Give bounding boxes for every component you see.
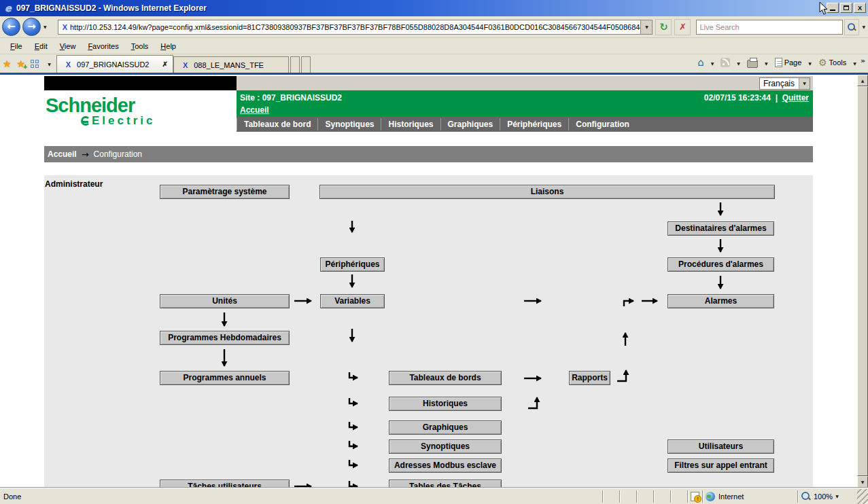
print-button[interactable] — [745, 55, 760, 70]
nav-historiques[interactable]: Historiques — [381, 118, 440, 130]
add-favorite-icon: ★ — [17, 58, 26, 69]
home-dropdown[interactable]: ▼ — [708, 61, 717, 66]
scroll-up-button[interactable]: ▲ — [857, 75, 868, 86]
history-dropdown[interactable]: ▼ — [41, 24, 50, 29]
menu-favorites[interactable]: Favorites — [82, 40, 124, 52]
search-input[interactable] — [697, 23, 842, 31]
header-gray-strip: Français ▼ — [237, 76, 813, 90]
accueil-link[interactable]: Accueil — [240, 105, 269, 115]
diagram-button-variables[interactable]: Variables — [320, 294, 385, 308]
gear-icon: ⚙ — [818, 57, 827, 68]
breadcrumb-home[interactable]: Accueil — [48, 149, 77, 159]
rss-icon — [721, 58, 730, 67]
scroll-thumb[interactable] — [857, 86, 868, 476]
feeds-dropdown[interactable]: ▼ — [734, 61, 743, 66]
diagram-button-procedures-alarmes[interactable]: Procédures d'alarmes — [667, 257, 774, 272]
diagram-button-adresses-modbus-esclave[interactable]: Adresses Modbus esclave — [389, 458, 502, 473]
chevron-down-icon: ▼ — [642, 24, 651, 29]
window-title: 097_BRIGNAISSUD2 - Windows Internet Expl… — [16, 3, 207, 13]
menu-view[interactable]: View — [54, 40, 82, 52]
forward-button[interactable]: → — [22, 18, 41, 36]
quit-link[interactable]: Quitter — [782, 93, 809, 103]
nav-configuration[interactable]: Configuration — [568, 118, 636, 130]
tab-close-icon[interactable]: ✗ — [162, 60, 167, 68]
browser-window: e 097_BRIGNAISSUD2 - Windows Internet Ex… — [0, 0, 868, 504]
chevron-down-icon: ▼ — [800, 81, 809, 86]
print-dropdown[interactable]: ▼ — [762, 61, 771, 66]
resize-grip[interactable] — [857, 489, 868, 504]
tools-menu-dropdown[interactable]: ▼ — [850, 61, 859, 66]
diagram-button-rapports[interactable]: Rapports — [569, 371, 610, 385]
diagram-button-graphiques[interactable]: Graphiques — [389, 420, 502, 435]
nav-synoptiques[interactable]: Synoptiques — [317, 118, 381, 130]
tab-label: 088_LE_MANS_TFE — [194, 61, 264, 69]
tab-097-brignaissud2[interactable]: X 097_BRIGNAISSUD2 ✗ — [56, 55, 173, 73]
diagram-button-liaisons[interactable]: Liaisons — [319, 185, 775, 199]
restore-button[interactable] — [840, 3, 852, 13]
separator: | — [776, 93, 778, 103]
menu-bar: File Edit View Favorites Tools Help — [0, 38, 868, 54]
back-button[interactable]: ← — [2, 18, 20, 36]
search-button[interactable] — [844, 19, 859, 35]
language-select[interactable]: Français ▼ — [759, 77, 810, 90]
diagram-button-destinataires-alarmes[interactable]: Destinataires d'alarmes — [667, 221, 774, 236]
printer-icon — [747, 60, 758, 68]
menu-tools[interactable]: Tools — [125, 40, 155, 52]
diagram-button-tableaux-de-bords[interactable]: Tableaux de bords — [389, 371, 502, 385]
zoom-control[interactable]: 100% ▼ — [797, 490, 857, 503]
tab-list-dropdown[interactable]: ▼ — [43, 56, 56, 71]
diagram-button-peripheriques[interactable]: Périphériques — [320, 257, 385, 272]
tab-bar: ★ ★ ▼ X 097_BRIGNAISSUD2 ✗ X 088_LE_MANS… — [0, 54, 868, 75]
search-options-dropdown[interactable]: ▼ — [859, 24, 868, 29]
feeds-button[interactable] — [718, 55, 732, 70]
diagram-button-filtres-appel-entrant[interactable]: Filtres sur appel entrant — [667, 458, 774, 473]
zone-label: Internet — [718, 492, 744, 501]
tools-menu-label: Tools — [829, 58, 847, 67]
nav-tableaux-de-bord[interactable]: Tableaux de bord — [237, 118, 317, 130]
menu-file[interactable]: File — [4, 40, 29, 52]
scroll-down-button[interactable]: ▼ — [857, 476, 868, 488]
tab-favicon: X — [179, 61, 190, 69]
main-nav: Tableaux de bord Synoptiques Historiques… — [237, 117, 813, 132]
diagram-button-alarmes[interactable]: Alarmes — [667, 294, 774, 308]
mouse-cursor — [819, 2, 829, 17]
page-menu-dropdown[interactable]: ▼ — [805, 61, 814, 66]
ie-logo-icon: e — [3, 3, 14, 14]
address-dropdown-button[interactable]: ▼ — [640, 20, 652, 34]
diagram-button-utilisateurs[interactable]: Utilisateurs — [667, 439, 774, 454]
address-field-wrap: X ▼ — [58, 20, 653, 35]
diagram-button-synoptiques[interactable]: Synoptiques — [389, 439, 502, 454]
datetime: 02/07/15 16:23:44 — [704, 93, 771, 103]
stop-button[interactable]: ✗ — [674, 19, 691, 35]
page-menu-button[interactable]: Page — [773, 55, 804, 70]
zoom-dropdown[interactable]: ▼ — [833, 494, 841, 499]
refresh-button[interactable]: ↻ — [655, 19, 672, 35]
diagram-button-parametrage-systeme[interactable]: Paramètrage système — [160, 185, 290, 199]
home-button[interactable]: ⌂ — [695, 55, 706, 70]
close-button[interactable]: X — [854, 3, 866, 13]
diagram-button-programmes-annuels[interactable]: Programmes annuels — [160, 371, 290, 385]
minimize-icon — [830, 10, 835, 11]
address-input[interactable] — [70, 21, 640, 33]
quick-tabs-button[interactable] — [29, 56, 41, 71]
tools-menu-button[interactable]: ⚙ Tools — [816, 55, 848, 70]
diagram-button-historiques[interactable]: Historiques — [389, 397, 502, 411]
tab-stub — [301, 56, 311, 73]
nav-graphiques[interactable]: Graphiques — [440, 118, 500, 130]
toolbar-overflow-button[interactable]: » — [861, 56, 865, 65]
nav-peripheriques[interactable]: Périphériques — [500, 118, 568, 130]
breadcrumb-arrow-icon: → — [82, 149, 89, 160]
menu-edit[interactable]: Edit — [29, 40, 54, 52]
status-panel — [653, 490, 670, 503]
menu-help[interactable]: Help — [154, 40, 182, 52]
language-value: Français — [760, 79, 799, 88]
vertical-scrollbar[interactable]: ▲ ▼ — [857, 75, 868, 488]
favorites-center-button[interactable]: ★ — [1, 56, 14, 71]
add-favorite-button[interactable]: ★ — [15, 56, 28, 71]
breadcrumb: Accueil → Configuration — [44, 146, 813, 162]
diagram-button-unites[interactable]: Unités — [160, 294, 290, 308]
tab-088-le-mans-tfe[interactable]: X 088_LE_MANS_TFE — [173, 56, 289, 73]
status-text: Done — [0, 492, 602, 501]
language-dropdown-button[interactable]: ▼ — [799, 78, 810, 89]
diagram-button-programmes-hebdomadaires[interactable]: Programmes Hebdomadaires — [160, 331, 290, 345]
